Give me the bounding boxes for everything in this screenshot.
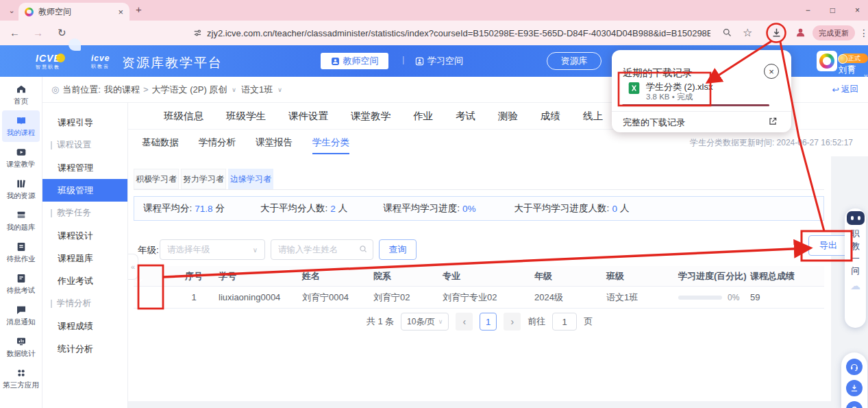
subtab-learning-analysis[interactable]: 学情分析 bbox=[199, 136, 236, 149]
progress-bar bbox=[678, 296, 722, 300]
customer-service-button[interactable] bbox=[846, 359, 863, 375]
brand-zjy: icve 职教云 bbox=[91, 54, 110, 69]
sidebar-item-my-resources[interactable]: 我的资源 bbox=[2, 173, 40, 205]
tab-class-info[interactable]: 班级信息 bbox=[164, 110, 203, 123]
total-count: 共 1 条 bbox=[367, 315, 394, 328]
teacher-space-button[interactable]: 教师空间 bbox=[321, 53, 388, 69]
platform-title: 资源库教学平台 bbox=[122, 54, 223, 72]
cell-seq: 1 bbox=[169, 292, 219, 302]
breadcrumb-class[interactable]: 语文1班 bbox=[241, 84, 273, 96]
page-size-select[interactable]: 10条/页∨ bbox=[401, 313, 449, 331]
minimize-icon[interactable]: − bbox=[806, 5, 810, 15]
cell-major: 刘育宁专业02 bbox=[443, 291, 534, 304]
tab-hardworking-learners[interactable]: 努力学习者 bbox=[181, 169, 226, 189]
cell-student-id: liuxiaoning0004 bbox=[219, 292, 302, 302]
stats-icon bbox=[16, 336, 27, 347]
tab-classroom-teaching[interactable]: 课堂教学 bbox=[351, 110, 390, 123]
breadcrumb-my-courses[interactable]: 我的课程 bbox=[104, 84, 140, 96]
sideb​ar-item-question-bank[interactable]: 我的题库 bbox=[2, 205, 40, 237]
sidebar-item-third-party-apps[interactable]: 第三方应用 bbox=[2, 363, 40, 394]
new-tab-button[interactable]: + bbox=[136, 3, 142, 15]
export-button[interactable]: 导出 bbox=[808, 235, 848, 256]
window-close-icon[interactable]: × bbox=[855, 5, 860, 15]
location-icon: ◎ bbox=[51, 84, 59, 95]
menu-item-homework-exam[interactable]: 作业考试 bbox=[42, 269, 127, 292]
tab-close-icon[interactable]: × bbox=[118, 7, 123, 17]
data-update-timestamp: 学生分类数据更新时间: 2024-06-27 16:52:17 bbox=[690, 137, 853, 149]
back-icon[interactable]: ← bbox=[10, 27, 20, 39]
tab-courseware-settings[interactable]: 课件设置 bbox=[288, 110, 328, 123]
tab-marginal-learners[interactable]: 边缘学习者 bbox=[228, 169, 273, 189]
external-link-icon[interactable] bbox=[768, 117, 778, 126]
sidebar-item-notifications[interactable]: 消息通知 bbox=[2, 300, 40, 331]
tab-exam[interactable]: 考试 bbox=[456, 110, 475, 123]
downloads-icon[interactable] bbox=[771, 27, 782, 38]
homework-icon bbox=[16, 241, 27, 252]
cell-class: 语文1班 bbox=[606, 291, 678, 304]
menu-item-course-guide[interactable]: 课程引导 bbox=[42, 111, 127, 134]
breadcrumb-course[interactable]: 大学语文 (2P) 原创 bbox=[152, 84, 227, 96]
goto-page-input[interactable] bbox=[552, 313, 577, 331]
chevron-down-icon[interactable]: ∨ bbox=[277, 86, 282, 93]
popup-close-icon[interactable]: × bbox=[764, 64, 779, 79]
sidebar-item-pending-exams[interactable]: 待批考试 bbox=[2, 268, 40, 300]
books-icon bbox=[16, 178, 27, 189]
menu-item-course-question-bank[interactable]: 课程题库 bbox=[42, 247, 127, 269]
forward-icon[interactable]: → bbox=[33, 27, 43, 39]
profile-avatar-icon[interactable] bbox=[795, 27, 806, 38]
tab-active-learners[interactable]: 积极学习者 bbox=[134, 169, 179, 189]
tab-class-students[interactable]: 班级学生 bbox=[226, 110, 266, 123]
chevron-down-icon[interactable]: ∨ bbox=[232, 86, 236, 93]
sidebar-item-data-stats[interactable]: 数据统计 bbox=[2, 331, 40, 363]
query-button[interactable]: 查询 bbox=[379, 239, 417, 260]
user-avatar[interactable] bbox=[817, 51, 837, 71]
sidebar-item-classroom-teaching[interactable]: 课堂教学 bbox=[2, 142, 40, 173]
tab-online[interactable]: 线上 bbox=[583, 110, 603, 123]
download-center-button[interactable] bbox=[846, 380, 863, 396]
maximize-icon[interactable]: □ bbox=[830, 5, 835, 15]
menu-item-course-design[interactable]: 课程设计 bbox=[42, 224, 127, 247]
tab-quiz[interactable]: 测验 bbox=[498, 110, 518, 123]
update-chrome-button[interactable]: 完成更新 bbox=[813, 25, 855, 40]
student-name-input[interactable] bbox=[271, 239, 373, 260]
menu-item-course-grades[interactable]: 课程成绩 bbox=[42, 315, 127, 337]
ai-char: 一 bbox=[851, 252, 860, 265]
full-download-history-link[interactable]: 完整的下载记录 bbox=[623, 117, 685, 129]
browser-tab[interactable]: 教师空间 × bbox=[18, 3, 129, 21]
menu-item-statistics-analysis[interactable]: 统计分析 bbox=[42, 337, 127, 360]
browser-tab-strip: ⌄ 教师空间 × + − □ × bbox=[0, 0, 868, 21]
help-button[interactable]: ? bbox=[846, 401, 863, 408]
learner-tabs: 积极学习者 努力学习者 边缘学习者 bbox=[134, 169, 273, 189]
bookmark-star-icon[interactable]: ☆ bbox=[743, 27, 752, 39]
url-field[interactable]: zjy2.icve.com.cn/teacher/classadminister… bbox=[207, 28, 710, 38]
downloaded-file-meta: 3.8 KB • 完成 bbox=[646, 92, 693, 102]
ai-char: 职 bbox=[851, 228, 860, 240]
back-link[interactable]: ↩返回 bbox=[832, 84, 858, 95]
next-page-button[interactable]: › bbox=[504, 313, 521, 331]
site-settings-icon[interactable] bbox=[193, 28, 203, 38]
ai-assistant-widget[interactable]: 职 教 一 问 ☁ bbox=[845, 208, 866, 328]
tab-homework[interactable]: 作业 bbox=[413, 110, 433, 123]
subtab-student-classification[interactable]: 学生分类 bbox=[312, 136, 349, 149]
tab-search-icon[interactable]: ⌄ bbox=[5, 4, 18, 16]
sidebar-collapse-handle[interactable]: « bbox=[128, 254, 138, 280]
sidebar-item-home[interactable]: 首页 bbox=[2, 79, 40, 110]
sidebar-item-my-courses[interactable]: 我的课程 bbox=[2, 110, 40, 142]
pagination: 共 1 条 10条/页∨ ‹ 1 › 前往 页 bbox=[128, 313, 831, 331]
menu-item-course-management[interactable]: 课程管理 bbox=[42, 156, 127, 179]
subtab-basic-data[interactable]: 基础数据 bbox=[142, 136, 179, 149]
grade-select[interactable]: 请选择年级 ∨ bbox=[160, 239, 265, 260]
browser-menu-icon[interactable]: ⋮ bbox=[859, 27, 868, 39]
tab-grades[interactable]: 成绩 bbox=[541, 110, 560, 123]
prev-page-button[interactable]: ‹ bbox=[456, 313, 473, 331]
current-page-button[interactable]: 1 bbox=[480, 313, 497, 331]
menu-item-class-management[interactable]: 班级管理 bbox=[42, 179, 127, 202]
stats-bar: 课程平均分:71.8分 大于平均分人数:2人 课程平均学习进度:0% 大于平均学… bbox=[134, 196, 824, 221]
zoom-page-icon[interactable] bbox=[722, 27, 732, 38]
cell-name: 刘育宁0004 bbox=[302, 291, 373, 304]
sidebar-item-pending-homework[interactable]: 待批作业 bbox=[2, 237, 40, 268]
learn-space-button[interactable]: 学习空间 bbox=[415, 53, 463, 69]
resource-lib-button[interactable]: 资源库 bbox=[547, 52, 602, 70]
subtab-class-report[interactable]: 课堂报告 bbox=[256, 136, 293, 149]
reload-icon[interactable]: ↻ bbox=[58, 27, 66, 39]
